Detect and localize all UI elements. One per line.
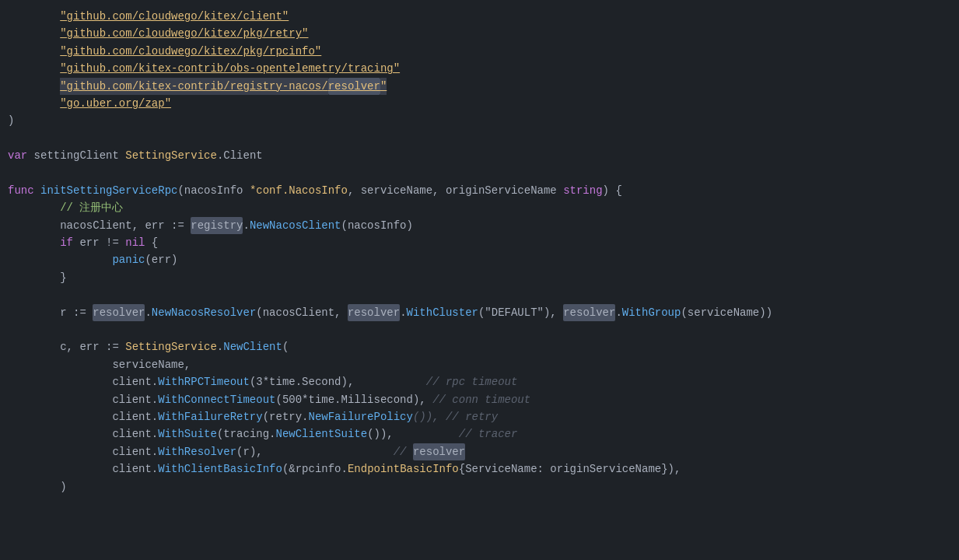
- code-token: client: [112, 425, 151, 443]
- code-line: [0, 165, 959, 182]
- code-token: WithConnectTimeout: [158, 391, 275, 408]
- code-token: resolver: [93, 304, 145, 321]
- code-token: client: [112, 443, 151, 460]
- code-token: SettingService: [125, 147, 217, 164]
- code-token: nil: [125, 234, 145, 251]
- code-line: nacosClient, err := registry.NewNacosCli…: [0, 217, 959, 234]
- code-token: "github.com/kitex-contrib/registry-nacos…: [60, 78, 327, 95]
- code-token: initSettingServiceRpc: [40, 182, 177, 199]
- code-token: "github.com/cloudwego/kitex/pkg/retry": [60, 25, 308, 42]
- code-token: SettingService: [125, 338, 217, 355]
- code-token: ()), // retry: [413, 408, 498, 425]
- code-token: [8, 217, 60, 234]
- code-token: nacosClient, err :=: [60, 217, 191, 234]
- code-token: WithFailureRetry: [158, 408, 262, 425]
- code-line: "github.com/kitex-contrib/obs-openteleme…: [0, 60, 959, 77]
- code-token: serviceName,: [112, 356, 191, 373]
- code-line: }: [0, 269, 959, 286]
- code-token: (err): [145, 251, 177, 268]
- code-token: [8, 408, 112, 425]
- code-token: resolver: [563, 304, 615, 321]
- code-token: (&: [282, 460, 296, 478]
- code-token: [8, 425, 112, 443]
- code-token: [8, 338, 60, 355]
- code-line: "go.uber.org/zap": [0, 95, 959, 112]
- code-token: NewClientSuite: [276, 425, 368, 443]
- code-token: (nacosInfo: [177, 182, 249, 199]
- code-line: serviceName,: [0, 356, 959, 373]
- code-line: client.WithFailureRetry(retry.NewFailure…: [0, 408, 959, 425]
- code-token: client: [112, 408, 151, 425]
- code-token: r :=: [60, 304, 93, 321]
- code-token: .: [302, 408, 308, 425]
- code-token: .Client: [217, 147, 263, 164]
- code-token: ("DEFAULT"),: [478, 304, 563, 321]
- code-token: WithCluster: [407, 304, 478, 321]
- code-token: resolver: [413, 443, 465, 460]
- code-token: client: [112, 460, 151, 478]
- code-token: [8, 373, 112, 390]
- code-token: WithRPCTimeout: [158, 373, 250, 390]
- code-token: client: [112, 373, 151, 390]
- code-line: [0, 286, 959, 303]
- code-token: .: [243, 217, 249, 234]
- code-line: client.WithClientBasicInfo(&rpcinfo.Endp…: [0, 460, 959, 478]
- code-token: *conf.NacosInfo: [250, 182, 348, 199]
- code-token: panic: [112, 251, 145, 268]
- code-token: ) {: [603, 182, 622, 199]
- code-token: .: [145, 304, 151, 321]
- code-line: var settingClient SettingService.Client: [0, 147, 959, 164]
- code-token: .: [217, 338, 223, 355]
- code-token: "github.com/cloudwego/kitex/client": [60, 8, 289, 25]
- code-token: // rpc timeout: [354, 373, 517, 390]
- code-line: "github.com/kitex-contrib/registry-nacos…: [0, 78, 959, 95]
- code-token: .: [269, 425, 275, 443]
- code-token: ): [8, 112, 14, 129]
- code-token: {ServiceName: originServiceName}),: [459, 460, 681, 478]
- code-token: .: [152, 460, 158, 478]
- code-token: .: [152, 373, 158, 390]
- code-token: time: [309, 391, 335, 408]
- code-token: retry: [269, 408, 302, 425]
- code-line: // 注册中心: [0, 199, 959, 216]
- code-token: .Second),: [296, 373, 355, 390]
- code-line: c, err := SettingService.NewClient(: [0, 338, 959, 355]
- code-token: [8, 43, 60, 60]
- code-token: var: [8, 147, 27, 164]
- code-token: //: [263, 443, 413, 460]
- code-token: NewNacosResolver: [152, 304, 256, 321]
- code-token: EndpointBasicInfo: [348, 460, 459, 478]
- code-token: if: [60, 234, 73, 251]
- code-token: c, err :=: [60, 338, 125, 355]
- code-token: func: [8, 182, 34, 199]
- code-token: string: [563, 182, 602, 199]
- code-editor: "github.com/cloudwego/kitex/client" "git…: [0, 0, 959, 503]
- code-token: tracing: [223, 425, 269, 443]
- code-token: "go.uber.org/zap": [60, 95, 171, 112]
- code-token: registry: [191, 217, 243, 234]
- code-token: [8, 478, 60, 495]
- code-token: ()),: [367, 425, 394, 443]
- code-token: }: [60, 269, 66, 286]
- code-token: WithResolver: [158, 443, 236, 460]
- code-token: rpcinfo: [296, 460, 341, 478]
- code-token: (3*: [250, 373, 269, 390]
- code-token: ": [380, 78, 387, 95]
- code-line: client.WithResolver(r), // resolver: [0, 443, 959, 460]
- code-line: [0, 321, 959, 338]
- code-token: [8, 25, 60, 42]
- code-token: client: [112, 391, 151, 408]
- code-token: [8, 78, 60, 95]
- code-token: NewNacosClient: [250, 217, 341, 234]
- code-token: [8, 356, 112, 373]
- code-token: settingClient: [27, 147, 125, 164]
- code-token: // conn timeout: [426, 391, 530, 408]
- code-token: .: [615, 304, 621, 321]
- code-token: .: [400, 304, 406, 321]
- code-token: (nacosInfo): [341, 217, 413, 234]
- code-token: NewFailurePolicy: [309, 408, 413, 425]
- code-line: ): [0, 478, 959, 495]
- code-token: "github.com/kitex-contrib/obs-openteleme…: [60, 60, 400, 77]
- code-token: [8, 251, 112, 268]
- code-token: (serviceName)): [681, 304, 772, 321]
